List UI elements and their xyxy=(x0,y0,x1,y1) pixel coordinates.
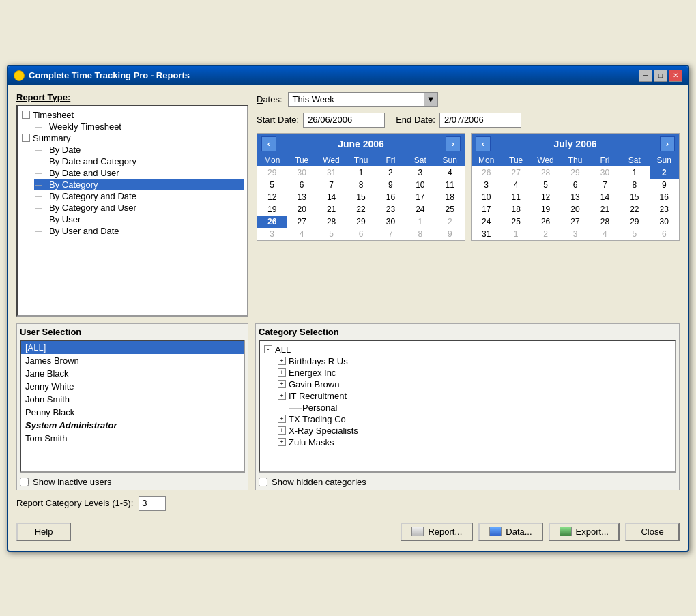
minimize-button[interactable]: ─ xyxy=(639,70,652,82)
cal-cell[interactable]: 27 xyxy=(560,216,590,228)
tree-item[interactable]: —By User and Date xyxy=(34,225,244,237)
tree-item[interactable]: —By Date and Category xyxy=(34,156,244,167)
cal-cell[interactable]: 2 xyxy=(376,166,405,179)
cal-cell[interactable]: 19 xyxy=(531,203,560,216)
cal-cell[interactable]: 5 xyxy=(531,179,560,191)
tree-item[interactable]: -Summary xyxy=(20,132,244,144)
cal-cell[interactable]: 31 xyxy=(472,228,501,240)
cal-cell[interactable]: 2 xyxy=(435,216,465,228)
close-window-button[interactable]: ✕ xyxy=(669,70,682,82)
category-item[interactable]: ——Personal xyxy=(287,402,672,413)
cal-cell[interactable]: 15 xyxy=(620,191,649,203)
cal-cell[interactable]: 3 xyxy=(405,166,435,179)
cal-cell[interactable]: 9 xyxy=(650,179,679,191)
data-button[interactable]: Data... xyxy=(478,523,542,541)
cal-cell[interactable]: 17 xyxy=(472,203,501,216)
cal-cell[interactable]: 20 xyxy=(560,203,590,216)
category-item[interactable]: +TX Trading Co xyxy=(276,413,672,425)
cal-cell[interactable]: 12 xyxy=(531,191,560,203)
dates-dropdown-arrow[interactable]: ▼ xyxy=(424,93,437,106)
cal-cell[interactable]: 16 xyxy=(376,191,405,203)
cal-cell[interactable]: 4 xyxy=(287,228,316,240)
cal-cell[interactable]: 14 xyxy=(590,191,620,203)
end-date-input[interactable] xyxy=(439,113,521,128)
cal-cell[interactable]: 29 xyxy=(346,216,375,228)
cal-cell[interactable]: 26 xyxy=(472,166,501,179)
cal-cell[interactable]: 5 xyxy=(317,228,346,240)
cal-cell[interactable]: 9 xyxy=(376,179,405,191)
cal-cell[interactable]: 22 xyxy=(346,203,375,216)
cal-cell[interactable]: 4 xyxy=(501,179,530,191)
cal-cell[interactable]: 10 xyxy=(405,179,435,191)
cal-cell[interactable]: 18 xyxy=(501,203,530,216)
category-item[interactable]: +Energex Inc xyxy=(276,367,672,379)
cal-cell[interactable]: 26 xyxy=(257,216,287,228)
report-button[interactable]: Report... xyxy=(401,523,473,541)
tree-item[interactable]: —Weekly Timesheet xyxy=(34,121,244,132)
cal-june-next[interactable]: › xyxy=(446,136,461,151)
user-item[interactable]: System Administrator xyxy=(21,419,244,432)
cal-cell[interactable]: 7 xyxy=(317,179,346,191)
cal-cell[interactable]: 15 xyxy=(346,191,375,203)
cal-cell[interactable]: 8 xyxy=(405,228,435,240)
cal-cell[interactable]: 2 xyxy=(531,228,560,240)
category-item[interactable]: +Zulu Masks xyxy=(276,437,672,448)
cal-cell[interactable]: 6 xyxy=(650,228,679,240)
cal-july-prev[interactable]: ‹ xyxy=(476,136,491,151)
cal-cell[interactable]: 13 xyxy=(287,191,316,203)
cal-cell[interactable]: 8 xyxy=(620,179,649,191)
cal-july-next[interactable]: › xyxy=(660,136,675,151)
cal-cell[interactable]: 14 xyxy=(317,191,346,203)
cal-cell[interactable]: 18 xyxy=(435,191,465,203)
tree-item[interactable]: —By Category and Date xyxy=(34,190,244,202)
cal-cell[interactable]: 25 xyxy=(501,216,530,228)
cal-cell[interactable]: 6 xyxy=(346,228,375,240)
category-tree[interactable]: -ALL+Birthdays R Us+Energex Inc+Gavin Br… xyxy=(259,340,676,473)
cal-cell[interactable]: 6 xyxy=(287,179,316,191)
user-item[interactable]: James Brown xyxy=(21,354,244,367)
user-item[interactable]: Tom Smith xyxy=(21,432,244,445)
cal-june-body[interactable]: 2930311234567891011121314151617181920212… xyxy=(257,166,465,240)
help-button[interactable]: Help xyxy=(16,523,71,541)
cal-cell[interactable]: 31 xyxy=(317,166,346,179)
cal-cell[interactable]: 11 xyxy=(435,179,465,191)
cal-cell[interactable]: 13 xyxy=(560,191,590,203)
cal-cell[interactable]: 20 xyxy=(287,203,316,216)
cal-cell[interactable]: 3 xyxy=(472,179,501,191)
cal-cell[interactable]: 21 xyxy=(590,203,620,216)
user-list[interactable]: [ALL]James BrownJane BlackJenny WhiteJoh… xyxy=(20,340,245,473)
cal-cell[interactable]: 19 xyxy=(257,203,287,216)
category-item[interactable]: +IT Recruitment xyxy=(276,390,672,402)
show-inactive-checkbox[interactable] xyxy=(20,478,29,486)
cal-july-body[interactable]: 2627282930123456789101112131415161718192… xyxy=(472,166,679,240)
category-item[interactable]: -ALL xyxy=(263,344,672,355)
cal-cell[interactable]: 8 xyxy=(346,179,375,191)
cal-cell[interactable]: 10 xyxy=(472,191,501,203)
cal-cell[interactable]: 7 xyxy=(376,228,405,240)
cal-cell[interactable]: 29 xyxy=(620,216,649,228)
cal-cell[interactable]: 25 xyxy=(435,203,465,216)
tree-item[interactable]: —By Date xyxy=(34,144,244,156)
user-item[interactable]: Jane Black xyxy=(21,367,244,380)
report-cat-input[interactable] xyxy=(139,496,166,511)
cal-cell[interactable]: 1 xyxy=(405,216,435,228)
user-item[interactable]: Penny Black xyxy=(21,406,244,419)
user-item[interactable]: John Smith xyxy=(21,393,244,406)
close-button[interactable]: Close xyxy=(625,523,680,541)
cal-cell[interactable]: 1 xyxy=(346,166,375,179)
cal-cell[interactable]: 4 xyxy=(590,228,620,240)
cal-cell[interactable]: 24 xyxy=(472,216,501,228)
cal-cell[interactable]: 22 xyxy=(620,203,649,216)
category-item[interactable]: +Birthdays R Us xyxy=(276,355,672,367)
category-item[interactable]: +Gavin Brown xyxy=(276,379,672,390)
cal-cell[interactable]: 12 xyxy=(257,191,287,203)
cal-cell[interactable]: 3 xyxy=(560,228,590,240)
cal-cell[interactable]: 2 xyxy=(650,166,679,179)
cal-cell[interactable]: 1 xyxy=(620,166,649,179)
cal-cell[interactable]: 27 xyxy=(287,216,316,228)
export-button[interactable]: Export... xyxy=(549,523,620,541)
user-item[interactable]: Jenny White xyxy=(21,380,244,393)
cal-cell[interactable]: 6 xyxy=(560,179,590,191)
cal-cell[interactable]: 30 xyxy=(650,216,679,228)
cal-cell[interactable]: 16 xyxy=(650,191,679,203)
